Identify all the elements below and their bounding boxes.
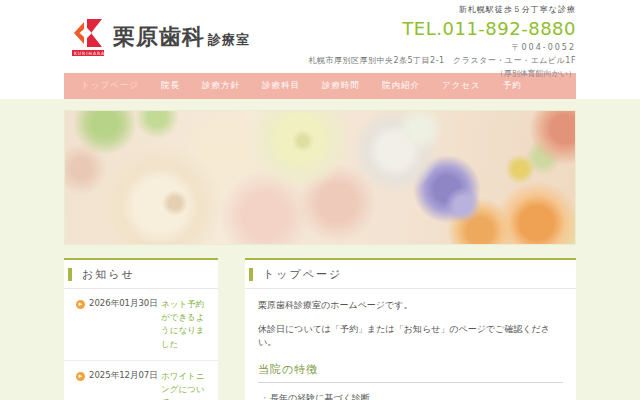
address-note: （厚別体育館向かい） [308, 68, 576, 79]
news-row: ▸ 2025年12月07日 ホワイトニングについて [64, 360, 218, 400]
brand-caption: KURIHARA [74, 51, 105, 56]
nav-item-access[interactable]: アクセス [431, 80, 492, 92]
news-row: ▸ 2026年01月30日 ネット予約ができるようになりました [64, 289, 218, 360]
heading-accent-bar [68, 268, 72, 281]
header-contact-block: 新札幌駅徒歩５分丁寧な診療 TEL.011-892-8880 〒004-0052… [308, 4, 576, 79]
toppage-panel: トップページ 栗原歯科診療室のホームページです。 休診日については「予約」または… [245, 258, 576, 400]
features-title: 当院の特徴 [258, 362, 563, 383]
nav-item-reserve[interactable]: 予約 [492, 80, 533, 92]
intro-text: 栗原歯科診療室のホームページです。 [258, 299, 563, 313]
phone-number: TEL.011-892-8880 [308, 18, 576, 39]
news-link[interactable]: ネット予約ができるようになりました [161, 298, 212, 351]
nav-item-clinic[interactable]: 院内紹介 [371, 80, 431, 92]
nav-item-top[interactable]: トップページ [70, 80, 150, 92]
heading-accent-bar [249, 268, 253, 281]
catchphrase: 新札幌駅徒歩５分丁寧な診療 [308, 4, 576, 15]
news-title: お知らせ [82, 267, 135, 282]
news-date: 2025年12月07日 [89, 370, 161, 400]
main-content: お知らせ ▸ 2026年01月30日 ネット予約ができるようになりました ▸ 2… [64, 258, 576, 400]
hero-flower-banner [64, 110, 576, 245]
brand-k-mark-icon: KURIHARA [70, 15, 106, 59]
toppage-heading: トップページ [245, 260, 576, 289]
feature-item: 長年の経験に基づく診断。 [260, 391, 563, 400]
toppage-title: トップページ [263, 267, 342, 282]
brand-text: 栗原歯科 診療室 [113, 22, 250, 52]
nav-item-policy[interactable]: 診療方針 [191, 80, 251, 92]
news-heading: お知らせ [64, 260, 218, 289]
address: 札幌市厚別区厚別中央2条5丁目2-1 クラスター・ユー・エムビル1F [308, 55, 576, 66]
arrow-circle-icon: ▸ [76, 372, 85, 381]
features-list: 長年の経験に基づく診断。 丁寧なカウンセリング。 JR「新札幌」駅から徒歩3分の… [258, 391, 563, 400]
nav-item-director[interactable]: 院長 [150, 80, 191, 92]
arrow-circle-icon: ▸ [76, 300, 85, 309]
brand-suffix: 診療室 [208, 31, 250, 49]
site-header: KURIHARA 栗原歯科 診療室 新札幌駅徒歩５分丁寧な診療 TEL.011-… [0, 0, 640, 99]
site-logo[interactable]: KURIHARA 栗原歯科 診療室 [70, 15, 250, 59]
nav-item-hours[interactable]: 診療時間 [311, 80, 371, 92]
news-panel: お知らせ ▸ 2026年01月30日 ネット予約ができるようになりました ▸ 2… [64, 258, 218, 400]
postal-code: 〒004-0052 [308, 42, 576, 53]
news-link[interactable]: ホワイトニングについて [161, 370, 212, 400]
news-date: 2026年01月30日 [89, 298, 161, 351]
holiday-note-text: 休診日については「予約」または「お知らせ」のページでご確認ください。 [258, 323, 563, 350]
brand-name: 栗原歯科 [113, 22, 205, 52]
nav-item-services[interactable]: 診療科目 [251, 80, 311, 92]
